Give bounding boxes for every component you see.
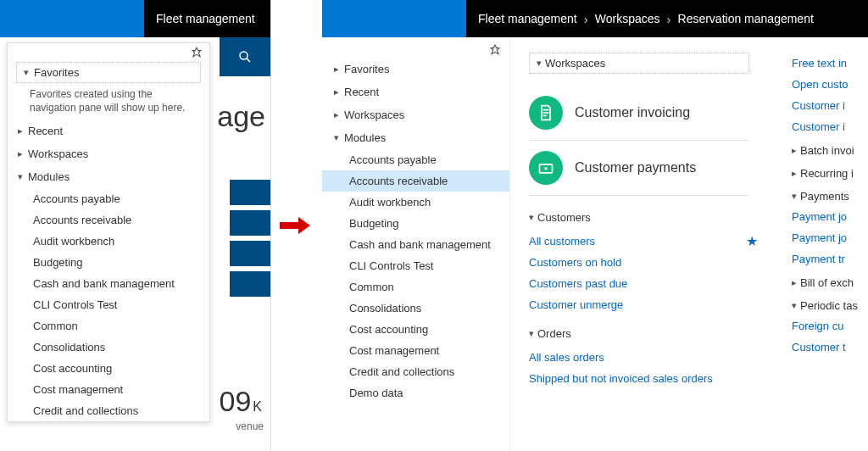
module-item[interactable]: Common	[322, 276, 509, 298]
pin-icon[interactable]	[8, 43, 209, 58]
bg-stat-value: 09	[220, 385, 252, 417]
tile-label: Customer invoicing	[575, 105, 690, 120]
module-item[interactable]: CLI Controls Test	[322, 255, 509, 276]
nav-flyout-right: ▸ Favorites ▸ Recent ▸ Workspaces ▾ Modu…	[322, 37, 510, 451]
link-item[interactable]: Open custo	[792, 74, 868, 95]
module-item[interactable]: Cost accounting	[8, 358, 209, 379]
orders-links: All sales orders Shipped but not invoice…	[529, 347, 792, 389]
group-billex[interactable]: ▸ Bill of exch	[792, 270, 868, 292]
link-item[interactable]: Payment jo	[792, 206, 868, 227]
link-shipped-not-invoiced[interactable]: Shipped but not invoiced sales orders	[529, 368, 792, 389]
brand-block	[0, 0, 144, 37]
chevron-down-icon: ▾	[529, 212, 534, 223]
chevron-down-icon: ▾	[22, 67, 31, 78]
breadcrumb-left[interactable]: Fleet management	[144, 0, 270, 37]
chevron-right-icon: ▸	[16, 125, 25, 136]
group-customers[interactable]: ▾ Customers	[529, 211, 792, 224]
breadcrumb-item[interactable]: Reservation management	[678, 12, 814, 25]
nav-label: Favorites	[344, 63, 389, 75]
svg-point-0	[240, 52, 248, 59]
module-item[interactable]: Accounts payable	[322, 149, 509, 170]
module-item[interactable]: Common	[8, 315, 209, 337]
group-label: Periodic tas	[800, 299, 858, 312]
nav-label: Workspaces	[344, 109, 404, 121]
link-all-customers[interactable]: All customers	[529, 231, 595, 252]
pin-icon[interactable]	[322, 41, 509, 58]
link-customers-on-hold[interactable]: Customers on hold	[529, 252, 792, 273]
area-right-cropped: Free text in Open custo Customer i Custo…	[792, 37, 868, 451]
module-item[interactable]: Budgeting	[322, 213, 509, 234]
nav-section-recent[interactable]: ▸ Recent	[322, 81, 509, 103]
breadcrumb-right[interactable]: Fleet management › Workspaces › Reservat…	[466, 0, 868, 37]
link-item[interactable]: Customer i	[792, 95, 868, 116]
nav-section-favorites[interactable]: ▸ Favorites	[322, 58, 509, 81]
workspace-tile-payments[interactable]: Customer payments	[529, 141, 749, 196]
module-item[interactable]: Consolidations	[322, 298, 509, 319]
module-item[interactable]: CLI Controls Test	[8, 294, 209, 315]
group-label: Bill of exch	[800, 276, 854, 289]
module-item[interactable]: Cash and bank management	[322, 234, 509, 255]
star-icon[interactable]: ★	[746, 233, 758, 249]
nav-section-workspaces[interactable]: ▸ Workspaces	[8, 142, 209, 165]
link-item[interactable]: Foreign cu	[792, 315, 868, 337]
link-item[interactable]: Customer t	[792, 337, 868, 358]
nav-section-modules[interactable]: ▾ Modules	[8, 165, 209, 188]
chevron-right-icon: ▸	[792, 145, 797, 156]
nav-section-favorites[interactable]: ▾ Favorites	[22, 66, 195, 79]
module-item[interactable]: Credit and collections	[322, 361, 509, 382]
chevron-right-icon: ▸	[16, 148, 25, 159]
module-item[interactable]: Accounts receivable	[8, 209, 209, 231]
link-customer-unmerge[interactable]: Customer unmerge	[529, 294, 792, 315]
module-list-right: Accounts payableAccounts receivableAudit…	[322, 149, 509, 404]
nav-section-modules[interactable]: ▾ Modules	[322, 126, 509, 149]
group-label: Orders	[537, 327, 571, 340]
link-item[interactable]: Free text in	[792, 53, 868, 74]
chevron-down-icon: ▾	[537, 58, 542, 69]
chevron-right-icon: ▸	[332, 86, 341, 97]
group-recurring[interactable]: ▸ Recurring i	[792, 160, 868, 183]
group-workspaces[interactable]: ▾ Workspaces	[537, 57, 742, 70]
module-item[interactable]: Cost management	[322, 340, 509, 361]
tile-label: Customer payments	[575, 160, 696, 175]
nav-section-recent[interactable]: ▸ Recent	[8, 120, 209, 142]
module-item[interactable]: Audit workbench	[8, 231, 209, 252]
link-customers-past-due[interactable]: Customers past due	[529, 273, 792, 294]
module-item[interactable]: Demo data	[322, 382, 509, 404]
nav-flyout-left: ▾ Favorites Favorites created using the …	[7, 42, 210, 422]
group-periodic[interactable]: ▾ Periodic tas	[792, 292, 868, 315]
module-item[interactable]: Consolidations	[8, 337, 209, 358]
chevron-down-icon: ▾	[529, 328, 534, 339]
panel-before: Fleet management age 09K venue	[0, 0, 271, 451]
link-item[interactable]: Customer i	[792, 116, 868, 137]
chevron-right-icon: ▸	[792, 168, 797, 179]
topbar-right: Fleet management › Workspaces › Reservat…	[322, 0, 868, 37]
module-item[interactable]: Audit workbench	[322, 192, 509, 213]
nav-section-workspaces[interactable]: ▸ Workspaces	[322, 103, 509, 126]
breadcrumb-item[interactable]: Fleet management	[478, 12, 577, 25]
group-batch[interactable]: ▸ Batch invoi	[792, 137, 868, 160]
module-item[interactable]: Cash and bank management	[8, 273, 209, 294]
bg-tile	[230, 210, 270, 236]
favorites-hint: Favorites created using the navigation p…	[8, 88, 209, 120]
group-payments[interactable]: ▾ Payments	[792, 183, 868, 206]
chevron-right-icon: ›	[667, 12, 671, 26]
group-label: Batch invoi	[800, 144, 854, 157]
module-item[interactable]: Cost management	[8, 379, 209, 400]
panel-after: Fleet management › Workspaces › Reservat…	[322, 0, 868, 451]
link-item[interactable]: Payment tr	[792, 248, 868, 270]
svg-point-3	[544, 167, 547, 170]
topbar-left: Fleet management	[0, 0, 270, 37]
breadcrumb-item[interactable]: Workspaces	[595, 12, 660, 25]
link-all-sales-orders[interactable]: All sales orders	[529, 347, 792, 368]
search-icon[interactable]	[220, 37, 270, 76]
module-item[interactable]: Budgeting	[8, 252, 209, 273]
breadcrumb-item[interactable]: Fleet management	[156, 12, 255, 25]
workspace-tile-invoicing[interactable]: Customer invoicing	[529, 86, 749, 141]
module-item[interactable]: Credit and collections	[8, 400, 209, 421]
module-item[interactable]: Accounts receivable	[322, 170, 509, 192]
link-item[interactable]: Payment jo	[792, 227, 868, 248]
group-orders[interactable]: ▾ Orders	[529, 327, 792, 340]
module-item[interactable]: Accounts payable	[8, 188, 209, 209]
module-item[interactable]: Cost accounting	[322, 319, 509, 340]
svg-line-1	[247, 58, 250, 62]
